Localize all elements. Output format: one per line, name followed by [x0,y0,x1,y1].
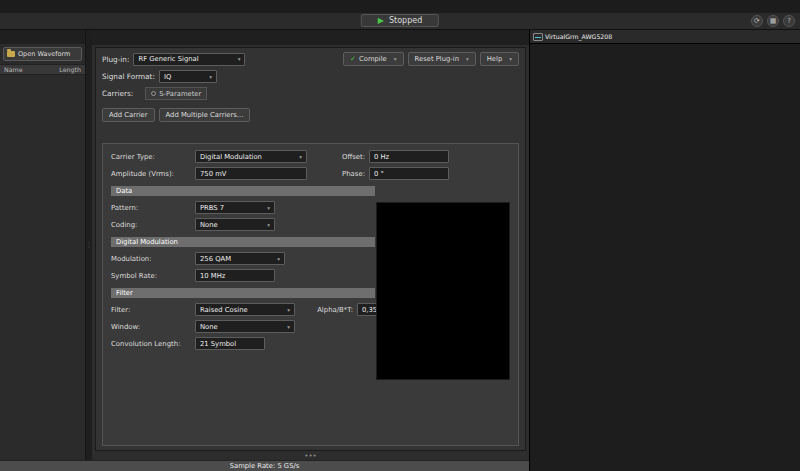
window-select[interactable]: None▾ [195,320,295,333]
convolution-length-label: Convolution Length: [111,340,191,348]
chevron-down-icon: ▾ [287,324,290,330]
s-parameter-label: S-Parameter [159,90,201,98]
digital-modulation-section-header: Digital Modulation [111,237,375,247]
signal-format-select[interactable]: IQ ▾ [159,70,217,83]
instrument-icon [533,33,543,41]
add-multiple-carriers-button[interactable]: Add Multiple Carriers... [159,108,251,122]
signal-format-value: IQ [164,73,171,81]
pattern-label: Pattern: [111,204,191,212]
plugin-panel: Plug-in: RF Generic Signal ▾ ✓ Compile ▾ [92,30,529,460]
coding-select[interactable]: None▾ [195,218,275,231]
layout-icon[interactable]: ▦ [767,15,779,27]
data-section-header: Data [111,186,375,196]
carrier-type-label: Carrier Type: [111,153,191,161]
filter-label: Filter: [111,306,191,314]
menu-bar [0,0,800,13]
filter-select[interactable]: Raised Cosine▾ [195,303,295,316]
run-stop-button[interactable]: ▶ Stopped [361,14,439,27]
convolution-length-input[interactable]: 21 Symbol [195,337,265,350]
amplitude-input[interactable]: 750 mV [195,167,307,180]
folder-icon [7,51,15,57]
chevron-down-icon: ▾ [267,222,270,228]
play-icon: ▶ [378,17,384,25]
plugin-select[interactable]: RF Generic Signal ▾ [133,53,245,66]
pattern-select[interactable]: PRBS 7▾ [195,201,275,214]
run-state-label: Stopped [389,16,422,25]
phase-label: Phase: [317,170,365,178]
chevron-down-icon: ▾ [267,205,270,211]
chevron-down-icon: ▾ [394,56,397,62]
chevron-down-icon: ▾ [209,74,212,80]
compile-label: Compile [359,55,387,63]
reset-plugin-button[interactable]: Reset Plug-in ▾ [408,52,476,66]
alpha-bt-label: Alpha/B*T: [305,306,353,314]
refresh-icon[interactable]: ⟳ [751,15,763,27]
chevron-down-icon: ▾ [299,154,302,160]
signal-format-label: Signal Format: [102,72,155,81]
modulation-label: Modulation: [111,255,191,263]
amplitude-vrms-label: Amplitude (Vrms): [111,170,191,178]
carriers-label: Carriers: [102,89,133,98]
window-label: Window: [111,323,191,331]
chevron-down-icon: ▾ [509,56,512,62]
waveform-list-panel: Open Waveform Name Length [0,30,86,460]
chevron-down-icon: ▾ [277,256,280,262]
open-waveform-label: Open Waveform [18,50,70,58]
plugin-label: Plug-in: [102,55,129,64]
column-length: Length [59,66,81,73]
add-carrier-button[interactable]: Add Carrier [102,108,155,122]
carrier-setup-form: Carrier Type: Digital Modulation▾ Offset… [102,143,519,446]
open-waveform-button[interactable]: Open Waveform [3,47,82,61]
filter-section-header: Filter [111,288,375,298]
instrument-header: VirtualGrm_AWG5208 [530,30,800,44]
compile-button[interactable]: ✓ Compile ▾ [343,52,403,66]
sample-rate-status: Sample Rate: 5 GS/s [230,462,300,470]
modulation-select[interactable]: 256 QAM▾ [195,252,285,265]
plugin-help-button[interactable]: Help ▾ [480,52,519,66]
tab-s-parameter[interactable]: S-Parameter [145,87,207,100]
symbol-rate-label: Symbol Rate: [111,272,191,280]
app-window: ▶ Stopped ⟳ ▦ ? Open Waveform Name Leng [0,0,800,471]
instrument-panel: VirtualGrm_AWG5208 [530,30,800,471]
toggle-dot-icon [151,91,156,96]
add-multiple-label: Add Multiple Carriers... [166,111,244,119]
chevron-down-icon: ▾ [466,56,469,62]
column-name: Name [4,66,23,73]
waveform-list-header: Name Length [0,64,85,75]
status-bar: Sample Rate: 5 GS/s [0,460,529,471]
help-label: Help [487,55,503,63]
symbol-rate-input[interactable]: 10 MHz [195,269,275,282]
coding-label: Coding: [111,221,191,229]
phase-input[interactable]: 0 ° [369,167,449,180]
plugin-value: RF Generic Signal [138,55,198,63]
offset-input[interactable]: 0 Hz [369,150,449,163]
carrier-type-select[interactable]: Digital Modulation▾ [195,150,307,163]
help-icon[interactable]: ? [783,15,795,27]
chevron-down-icon: ▾ [238,56,241,62]
toolbar: ▶ Stopped ⟳ ▦ ? [0,13,800,30]
chevron-down-icon: ▾ [287,307,290,313]
reset-plugin-label: Reset Plug-in [415,55,459,63]
panel-overflow-handle[interactable]: ••• [92,451,529,460]
ellipsis-icon: ••• [304,452,316,460]
check-icon: ✓ [350,55,356,63]
constellation-display [376,202,510,380]
add-carrier-label: Add Carrier [109,111,148,119]
instrument-title: VirtualGrm_AWG5208 [545,33,612,40]
offset-label: Offset: [317,153,365,161]
